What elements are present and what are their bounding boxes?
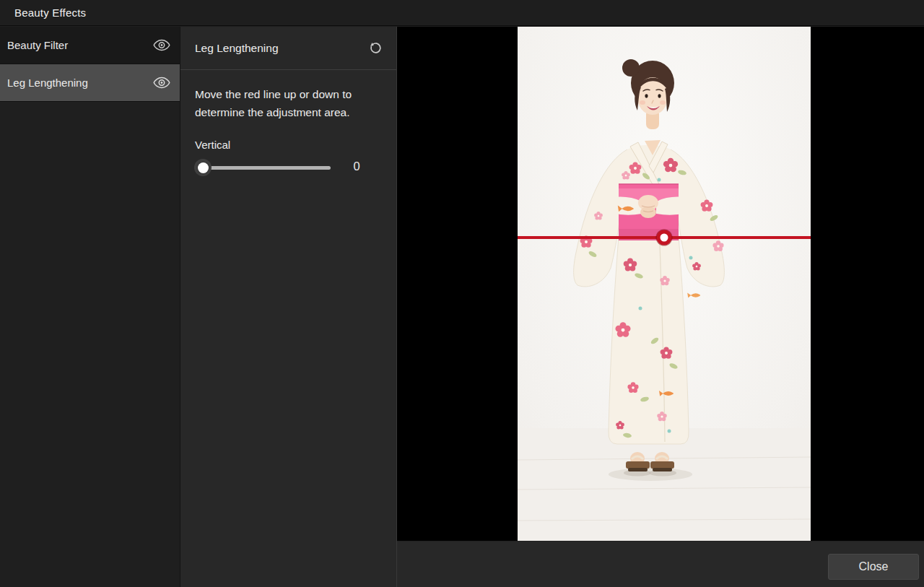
effects-sidebar: Beauty Filter Leg Lengthening <box>0 27 180 587</box>
slider-track[interactable] <box>203 166 331 170</box>
adjustment-panel-body: Move the red line up or down to determin… <box>180 70 396 178</box>
bottom-bar: Close <box>397 541 924 587</box>
reset-icon[interactable] <box>368 40 383 56</box>
close-button-label: Close <box>859 560 889 573</box>
sidebar-item-label: Beauty Filter <box>7 39 68 51</box>
beauty-effects-window: Beauty Effects Beauty Filter Leg Lengthe… <box>0 0 924 587</box>
window-title: Beauty Effects <box>14 6 86 19</box>
preview-photo <box>518 27 811 541</box>
slider-value: 0 <box>345 160 368 173</box>
slider-label: Vertical <box>195 139 382 151</box>
red-line-drag-handle[interactable] <box>657 230 672 245</box>
slider-thumb[interactable] <box>198 162 209 173</box>
title-bar: Beauty Effects <box>0 0 924 26</box>
instruction-text: Move the red line up or down to determin… <box>195 85 382 121</box>
panel-title: Leg Lengthening <box>195 42 279 55</box>
adjustment-red-line[interactable] <box>518 236 811 239</box>
sidebar-item-label: Leg Lengthening <box>7 77 88 89</box>
preview-column: Close <box>396 27 924 587</box>
adjustment-panel: Leg Lengthening Move the red line up or … <box>180 27 396 587</box>
vertical-slider: 0 <box>195 157 382 178</box>
close-button[interactable]: Close <box>828 554 919 580</box>
sidebar-item-beauty-filter[interactable]: Beauty Filter <box>0 27 180 64</box>
photo-illustration <box>518 27 811 541</box>
eye-icon[interactable] <box>153 39 170 51</box>
adjustment-panel-header: Leg Lengthening <box>180 27 396 70</box>
eye-icon[interactable] <box>153 77 170 89</box>
preview-canvas <box>397 27 924 541</box>
sidebar-item-leg-lengthening[interactable]: Leg Lengthening <box>0 64 180 102</box>
